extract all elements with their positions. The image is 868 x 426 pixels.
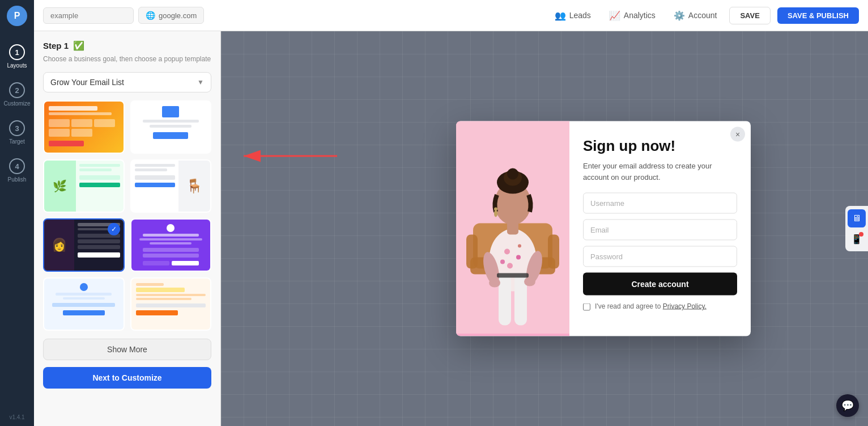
domain-display: 🌐 google.com [138,7,204,24]
selected-check-icon: ✓ [108,223,120,235]
save-publish-button[interactable]: SAVE & PUBLISH [777,7,859,24]
sidebar-step-layouts[interactable]: 1 Layouts [2,40,32,73]
email-input[interactable] [583,220,737,241]
svg-point-22 [507,168,518,180]
left-sidebar: P 1 Layouts 2 Customize 3 Target 4 Publi… [0,0,34,426]
left-panel: Step 1 ✅ Choose a business goal, then ch… [34,31,221,426]
svg-point-18 [524,277,535,286]
svg-point-10 [507,263,513,269]
leads-icon: 👥 [555,10,566,21]
version-label: v1.4.1 [9,414,24,420]
username-input[interactable] [583,193,737,214]
template-card-4[interactable]: 🪑 [130,159,212,213]
step-label-layouts: Layouts [7,62,27,69]
step-check-icon: ✅ [73,40,84,51]
desktop-view-button[interactable]: 🖥 [848,209,866,227]
privacy-checkbox[interactable] [583,303,590,311]
step-header: Step 1 ✅ [43,40,211,51]
domain-text: google.com [159,11,197,20]
analytics-label: Analytics [624,11,656,20]
privacy-policy-link[interactable]: Privacy Policy. [663,302,707,310]
account-icon: ⚙️ [674,10,685,21]
svg-point-11 [518,244,521,248]
popup-close-button[interactable]: × [730,127,745,142]
step-number-4: 4 [9,158,25,174]
templates-grid: 🌿 [43,100,211,331]
template-card-8[interactable] [130,277,212,331]
fashion-image [456,121,569,334]
create-account-button[interactable]: Create account [583,273,737,296]
step-title: Step 1 [43,41,69,50]
account-nav-item[interactable]: ⚙️ Account [668,7,723,24]
chat-button[interactable]: 💬 [836,394,859,417]
template-card-3[interactable]: 🌿 [43,159,125,213]
template-card-6[interactable] [130,218,212,272]
step-label-customize: Customize [3,100,30,107]
show-more-button[interactable]: Show More [43,339,211,360]
step-number-2: 2 [9,82,25,98]
svg-rect-6 [548,235,559,269]
svg-rect-13 [499,275,511,326]
svg-rect-5 [466,235,478,269]
url-input[interactable] [43,7,134,24]
agree-text: I've read and agree to Privacy Policy. [595,302,707,310]
account-label: Account [688,11,717,20]
device-panel: 🖥 📱 [845,206,868,251]
svg-point-12 [500,260,505,264]
template-card-2[interactable] [130,100,212,154]
svg-point-9 [516,255,521,260]
popup-title: Sign up now! [583,137,737,155]
globe-icon: 🌐 [146,11,155,20]
popup-content-panel: × Sign up now! Enter your email address … [569,121,751,336]
goal-dropdown-value: Grow Your Email List [50,78,124,87]
svg-point-8 [504,249,510,255]
step-label-target: Target [9,138,25,145]
template-card-5[interactable]: 👩 ✓ [43,218,125,272]
app-logo[interactable]: P [7,6,27,26]
template-card-7[interactable] [43,277,125,331]
sidebar-step-target[interactable]: 3 Target [2,116,32,149]
popup-image-panel [456,121,569,336]
step-number-1: 1 [9,44,25,60]
analytics-icon: 📈 [609,10,620,21]
save-button[interactable]: SAVE [729,7,770,24]
leads-label: Leads [569,11,591,20]
goal-dropdown[interactable]: Grow Your Email List ▼ [43,72,211,92]
analytics-nav-item[interactable]: 📈 Analytics [603,7,661,24]
svg-point-17 [489,279,500,288]
privacy-agree-row: I've read and agree to Privacy Policy. [583,302,737,311]
navbar: 🌐 google.com 👥 Leads 📈 Analytics ⚙️ Acco… [34,0,868,31]
template-card-1[interactable] [43,100,125,154]
sidebar-step-publish[interactable]: 4 Publish [2,154,32,187]
popup-modal: × Sign up now! Enter your email address … [456,121,751,336]
svg-rect-26 [497,273,529,278]
next-to-customize-button[interactable]: Next to Customize [43,367,211,389]
step-label-publish: Publish [8,176,27,183]
password-input[interactable] [583,246,737,267]
mobile-view-button[interactable]: 📱 [848,230,866,248]
svg-point-24 [494,210,497,217]
leads-nav-item[interactable]: 👥 Leads [549,7,597,24]
popup-description: Enter your email address to create your … [583,161,737,183]
svg-rect-25 [507,221,518,235]
arrow-pointer [238,145,340,170]
chevron-down-icon: ▼ [197,78,204,86]
sidebar-step-customize[interactable]: 2 Customize [2,78,32,111]
url-bar: 🌐 google.com [43,7,204,24]
canvas-area: × Sign up now! Enter your email address … [221,31,868,426]
step-number-3: 3 [9,120,25,136]
step-description: Choose a business goal, then choose a po… [43,54,211,64]
